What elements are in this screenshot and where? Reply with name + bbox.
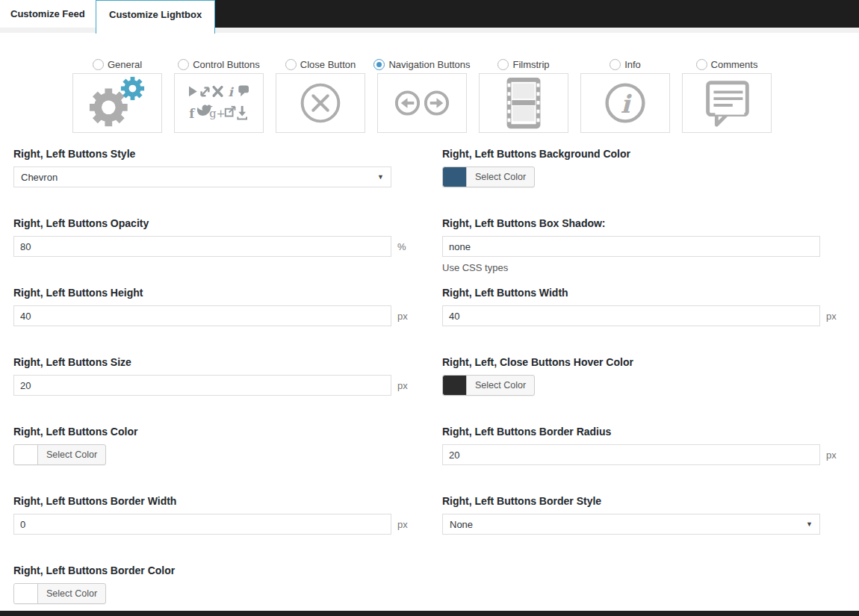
radio-label: Filmstrip	[512, 59, 549, 70]
radio-label: Control Buttons	[193, 59, 260, 70]
buttons-box-shadow-input[interactable]	[442, 236, 820, 257]
navigation-buttons-settings-form: Right, Left Buttons Style Chevron ▼ Righ…	[0, 133, 859, 616]
field-buttons-border-color: Right, Left Buttons Border Color Select …	[13, 564, 409, 616]
section-filmstrip: Filmstrip	[479, 58, 568, 133]
color-swatch	[14, 584, 38, 603]
control-buttons-grid-icon: i f g+	[175, 74, 263, 132]
form-column-right: Right, Left Buttons Background Color Sel…	[442, 148, 838, 616]
general-icon-box[interactable]	[72, 73, 162, 133]
radio-input-close-button[interactable]	[285, 59, 297, 70]
comment-bubble-icon	[683, 74, 771, 132]
tab-label: Customize Feed	[10, 8, 85, 19]
radio-general[interactable]: General	[93, 58, 142, 70]
select-color-label: Select Color	[38, 584, 105, 603]
close-button-icon-box[interactable]	[276, 73, 365, 133]
buttons-background-color-select-button[interactable]: Select Color	[442, 167, 535, 187]
buttons-width-input[interactable]	[442, 305, 820, 326]
buttons-opacity-input[interactable]	[13, 236, 391, 257]
radio-input-general[interactable]	[93, 59, 104, 70]
lightbox-settings-page: Customize Feed Customize Lightbox Genera…	[0, 0, 859, 616]
unit-label: px	[826, 311, 838, 322]
field-label: Right, Left Buttons Opacity	[13, 217, 409, 229]
field-label: Right, Left Buttons Border Radius	[442, 426, 838, 438]
buttons-border-style-select[interactable]: None ▼	[442, 514, 820, 535]
field-label: Right, Left Buttons Border Style	[442, 495, 838, 507]
color-swatch	[443, 167, 467, 187]
field-label: Right, Left Buttons Style	[13, 148, 409, 160]
buttons-color-select-button[interactable]: Select Color	[13, 444, 106, 465]
unit-label: px	[397, 380, 409, 391]
info-icon: i	[228, 84, 234, 99]
radio-label: Info	[624, 59, 641, 70]
field-label: Right, Left Buttons Width	[442, 287, 838, 299]
field-label: Right, Left Buttons Box Shadow:	[442, 217, 838, 229]
field-buttons-color: Right, Left Buttons Color Select Color	[13, 426, 409, 495]
buttons-border-radius-input[interactable]	[442, 444, 820, 465]
buttons-hover-color-select-button[interactable]: Select Color	[442, 375, 535, 396]
field-buttons-border-width: Right, Left Buttons Border Width px	[13, 495, 409, 564]
section-navigation-buttons: Navigation Buttons	[377, 58, 467, 133]
left-right-arrow-circles-icon	[378, 74, 466, 132]
buttons-size-input[interactable]	[13, 375, 391, 396]
radio-input-comments[interactable]	[696, 59, 707, 70]
radio-label: Close Button	[300, 59, 356, 70]
filmstrip-icon-box[interactable]	[479, 73, 568, 133]
play-icon	[189, 87, 197, 97]
control-buttons-icon-box[interactable]: i f g+	[174, 73, 264, 133]
tab-customize-feed[interactable]: Customize Feed	[0, 0, 92, 28]
field-label: Right, Left Buttons Border Color	[13, 564, 409, 576]
facebook-icon: f	[189, 106, 196, 121]
buttons-height-input[interactable]	[13, 305, 391, 326]
comment-icon	[238, 86, 249, 97]
field-buttons-border-style: Right, Left Buttons Border Style None ▼	[442, 495, 838, 564]
select-color-label: Select Color	[467, 376, 534, 395]
fullscreen-icon	[214, 87, 222, 96]
comments-icon-box[interactable]	[682, 73, 772, 133]
left-arrow-icon	[401, 98, 408, 108]
tab-label: Customize Lightbox	[109, 9, 202, 20]
field-buttons-border-radius: Right, Left Buttons Border Radius px	[442, 426, 838, 495]
buttons-border-width-input[interactable]	[13, 514, 391, 535]
tab-bar: Customize Feed Customize Lightbox	[0, 0, 859, 33]
radio-input-control-buttons[interactable]	[178, 59, 189, 70]
radio-label: Comments	[711, 59, 758, 70]
info-icon-box[interactable]: i	[580, 73, 670, 133]
navigation-buttons-icon-box[interactable]	[377, 73, 467, 133]
gears-icon	[73, 74, 161, 132]
top-dark-bar	[208, 0, 859, 28]
field-buttons-background-color: Right, Left Buttons Background Color Sel…	[442, 148, 838, 217]
field-label: Right, Left, Close Buttons Hover Color	[442, 356, 838, 368]
radio-comments[interactable]: Comments	[696, 58, 758, 70]
select-color-label: Select Color	[38, 445, 105, 464]
field-label: Right, Left Buttons Color	[13, 426, 409, 438]
tab-customize-lightbox[interactable]: Customize Lightbox	[96, 0, 215, 34]
radio-label: General	[108, 59, 142, 70]
buttons-style-select[interactable]: Chevron ▼	[13, 167, 391, 187]
color-swatch	[443, 376, 467, 395]
radio-navigation-buttons[interactable]: Navigation Buttons	[373, 58, 470, 70]
svg-text:i: i	[621, 90, 633, 119]
buttons-border-color-select-button[interactable]: Select Color	[13, 583, 106, 604]
field-buttons-height: Right, Left Buttons Height px	[13, 287, 409, 356]
download-icon	[238, 106, 246, 119]
field-buttons-opacity: Right, Left Buttons Opacity %	[13, 217, 409, 287]
section-info: Info i	[580, 58, 670, 133]
lightbox-section-nav: General	[0, 33, 859, 133]
radio-input-info[interactable]	[610, 59, 621, 70]
radio-info[interactable]: Info	[610, 58, 641, 70]
radio-input-navigation-buttons[interactable]	[373, 59, 385, 70]
filmstrip-icon	[480, 74, 568, 132]
right-arrow-icon	[437, 98, 444, 108]
box-shadow-help-text: Use CSS types	[442, 262, 838, 273]
field-label: Right, Left Buttons Background Color	[442, 148, 838, 160]
section-control-buttons: Control Buttons	[174, 58, 264, 133]
radio-close-button[interactable]: Close Button	[285, 58, 356, 70]
dropdown-caret-icon: ▼	[377, 173, 384, 181]
field-buttons-hover-color: Right, Left, Close Buttons Hover Color S…	[442, 356, 838, 426]
radio-input-filmstrip[interactable]	[497, 59, 509, 70]
field-buttons-width: Right, Left Buttons Width px	[442, 287, 838, 356]
radio-control-buttons[interactable]: Control Buttons	[178, 58, 260, 70]
field-buttons-box-shadow: Right, Left Buttons Box Shadow: Use CSS …	[442, 217, 838, 287]
radio-filmstrip[interactable]: Filmstrip	[497, 58, 549, 70]
bottom-dark-bar	[0, 611, 859, 616]
